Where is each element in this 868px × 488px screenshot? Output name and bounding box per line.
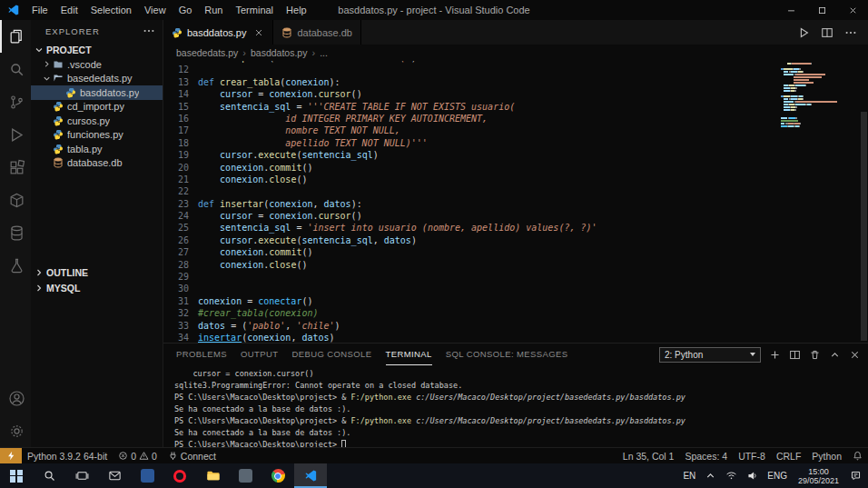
menu-selection[interactable]: Selection [84,0,138,20]
tray-network[interactable] [721,463,742,488]
close-button[interactable] [837,0,868,20]
language-mode[interactable]: Python [806,448,847,463]
taskbar-task-view-button[interactable] [65,463,98,488]
panel-tab-output[interactable]: OUTPUT [241,344,278,365]
minimize-button[interactable] [775,0,806,20]
panel-tab-debug-console[interactable]: DEBUG CONSOLE [291,344,371,365]
more-actions-icon[interactable] [143,25,155,37]
problems-summary[interactable]: 0 0 [113,448,163,463]
more-actions-icon[interactable] [844,26,857,39]
split-editor-icon[interactable] [821,26,833,39]
tree-item[interactable]: tabla.py [31,142,163,156]
tray-keyboard-layout[interactable]: ENG [763,463,792,488]
tree-item[interactable]: funciones.py [31,128,163,143]
minimap-line [781,120,855,122]
taskbar-app-grey-button[interactable] [229,463,261,488]
tree-item[interactable]: basededats.py [31,72,163,86]
menu-go[interactable]: Go [173,0,199,20]
tree-item[interactable]: cursos.py [31,114,163,128]
menu-help[interactable]: Help [280,0,313,20]
cursor-position[interactable]: Ln 35, Col 1 [617,448,680,463]
tree-item[interactable]: basddatos.py [31,85,163,100]
activity-test[interactable] [0,249,31,282]
tray-clock[interactable]: 15:00 29/05/2021 [792,463,845,488]
chevron-up-icon [705,470,716,482]
menu-terminal[interactable]: Terminal [230,0,281,20]
sidebar-title: EXPLORER [45,26,100,36]
encoding[interactable]: UTF-8 [733,448,771,463]
eol-sequence[interactable]: CRLF [771,448,806,463]
activity-account[interactable] [0,382,31,414]
tray-date: 29/05/2021 [798,476,839,485]
activity-settings[interactable] [0,414,31,447]
panel-tab-terminal[interactable]: TERMINAL [386,344,432,365]
minimap-token [803,98,804,100]
maximize-panel-icon[interactable] [829,349,841,361]
code-token: conexion [269,89,312,99]
menu-edit[interactable]: Edit [54,0,84,20]
activity-database[interactable] [0,216,31,249]
taskbar-file-explorer-button[interactable] [196,463,229,488]
section-project[interactable]: PROJECT [31,42,163,57]
split-terminal-icon[interactable] [789,349,801,361]
minimap-token [784,68,792,70]
activity-remote[interactable] [0,184,31,216]
remote-indicator[interactable] [0,448,22,463]
run-file-icon[interactable] [797,26,810,39]
taskbar-app-blue-button[interactable] [131,463,163,488]
panel-tab-sql-console-messages[interactable]: SQL CONSOLE: MESSAGES [446,344,568,365]
line-text: def insertar(conexion, datos): [198,198,362,210]
minimap-token [803,95,804,97]
tray-language-short[interactable]: EN [678,463,700,488]
python-interpreter[interactable]: Python 3.9.2 64-bit [22,448,113,463]
taskbar-chrome-button[interactable] [261,463,294,488]
tab-basddatos.py[interactable]: basddatos.py [163,20,273,45]
breadcrumb-item[interactable]: ... [320,47,328,58]
mail-icon [108,469,122,483]
activity-scm[interactable] [0,85,31,118]
terminal-output[interactable]: cursor = conexion.cursor()sqlite3.Progra… [163,365,868,447]
activity-explorer[interactable] [0,20,31,53]
tree-item[interactable]: .vscode [31,57,163,72]
sql-connect[interactable]: Connect [163,448,222,463]
menu-view[interactable]: View [138,0,173,20]
taskbar-mail-button[interactable] [98,463,131,488]
taskbar-vscode-button[interactable] [294,463,327,488]
action-center[interactable] [845,463,866,488]
indentation[interactable]: Spaces: 4 [679,448,733,463]
taskbar-start-button[interactable] [0,463,33,488]
section-outline[interactable]: OUTLINE [31,264,163,280]
line-number: 26 [163,234,198,246]
tree-item[interactable]: cd_import.py [31,100,163,115]
tab-database.db[interactable]: database.db [273,20,361,45]
editor-scrollbar[interactable] [861,112,867,341]
notifications[interactable] [847,448,868,463]
taskbar-search-button[interactable] [33,463,65,488]
code-editor[interactable]: 11 print('ha ocurrido un error :(')1213d… [163,61,868,343]
section-mysql[interactable]: MYSQL [31,280,163,295]
menu-run[interactable]: Run [198,0,229,20]
kill-terminal-icon[interactable] [809,349,821,361]
terminal-token: cursor = conexion.cursor() [174,369,314,378]
minimap[interactable] [781,63,855,128]
code-token: def [198,199,214,209]
new-terminal-icon[interactable] [769,349,781,361]
breadcrumb-item[interactable]: basddatos.py [251,47,307,58]
terminal-shell-select[interactable]: 2: Python [659,347,761,363]
close-tab-icon[interactable] [253,27,264,38]
tray-expand[interactable] [700,463,721,488]
menu-file[interactable]: File [25,0,54,20]
panel-tab-problems[interactable]: PROBLEMS [176,344,227,365]
activity-extensions[interactable] [0,151,31,184]
activity-search[interactable] [0,53,31,85]
breadcrumb-item[interactable]: basededats.py [176,47,238,58]
minimap-line [781,115,855,116]
tree-item[interactable]: database.db [31,156,163,171]
terminal-token: c:/Users/Macaco/Desktop/project/basededa… [411,416,686,425]
code-token [198,150,220,160]
tray-volume[interactable] [742,463,763,488]
close-panel-icon[interactable] [849,349,861,361]
taskbar-opera-button[interactable] [163,463,196,488]
maximize-button[interactable] [806,0,837,20]
activity-run-debug[interactable] [0,118,31,151]
